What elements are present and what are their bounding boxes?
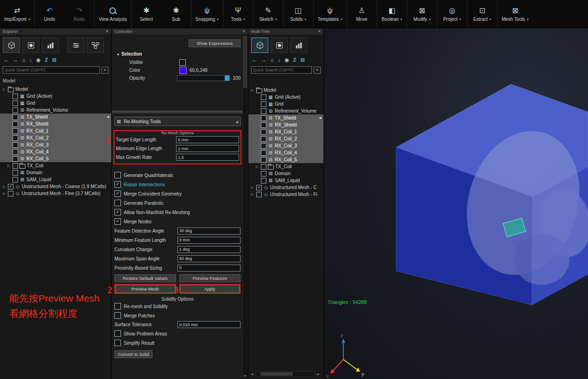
tree-item-rx-coil-3[interactable]: ⊠RX_Coil_3: [0, 141, 111, 148]
bars-view-button[interactable]: [42, 38, 59, 53]
toolbar-sketch[interactable]: ✎Sketch▾: [253, 0, 284, 28]
visibility-icon[interactable]: ◉: [285, 57, 289, 63]
zoom-extents-icon[interactable]: Z: [45, 57, 48, 63]
scrollbar-thumb[interactable]: [260, 372, 293, 376]
visibility-checkbox[interactable]: [261, 136, 266, 142]
tree-item-rx-coil-2[interactable]: ⊠RX_Coil_2: [248, 135, 323, 142]
expander-icon[interactable]: ▷: [250, 88, 255, 92]
tree-item-rx-coil-1[interactable]: ⊠RX_Coil_1: [0, 127, 111, 134]
visibility-checkbox[interactable]: [261, 157, 266, 163]
tree-item-model[interactable]: ▷Model: [248, 87, 323, 94]
back-icon[interactable]: ←: [4, 57, 9, 63]
visibility-checkbox[interactable]: [261, 122, 266, 128]
toolbar-view-analysis[interactable]: View Analysis: [95, 0, 132, 28]
feature-detection-angle-input[interactable]: [177, 227, 240, 234]
tree-item-rx-coil-5[interactable]: ⊠RX_Coil_5: [248, 156, 323, 163]
dropdown-arrow-icon[interactable]: ▾: [341, 18, 342, 21]
tree-item-grid-active[interactable]: ▦Grid (Active): [248, 94, 323, 101]
visibility-checkbox[interactable]: [8, 191, 13, 196]
tree-item-rx-coil-5[interactable]: ⊠RX_Coil_5: [0, 155, 111, 162]
tree-item-grid-active[interactable]: ▦Grid (Active): [0, 93, 111, 100]
zoom-extents-icon[interactable]: Z: [293, 57, 297, 63]
import-down-icon[interactable]: ↓: [30, 57, 32, 63]
horizontal-scrollbar[interactable]: ◄ ►: [250, 371, 321, 377]
expander-icon[interactable]: ▷: [6, 164, 11, 168]
visibility-checkbox[interactable]: [261, 171, 266, 177]
search-input[interactable]: [3, 66, 100, 74]
forward-icon[interactable]: →: [261, 57, 266, 63]
slice-view-button[interactable]: [22, 38, 39, 53]
tree-item-domain[interactable]: ⊠Domain: [0, 169, 111, 176]
merge-coincident-geometry-checkbox[interactable]: ✓: [114, 190, 121, 197]
expander-icon[interactable]: ▷: [255, 165, 259, 169]
tree-item-tx-shield[interactable]: ⊠TX_Shield◄: [248, 114, 323, 121]
visibility-checkbox[interactable]: [13, 156, 18, 162]
expander-icon[interactable]: ▷: [250, 193, 255, 196]
dropdown-arrow-icon[interactable]: ▾: [490, 18, 492, 21]
visibility-checkbox[interactable]: [261, 178, 266, 183]
vertical-scrollbar[interactable]: ▼: [242, 35, 247, 378]
visibility-checkbox[interactable]: [13, 114, 18, 120]
dropdown-arrow-icon[interactable]: ▾: [400, 18, 402, 21]
dropdown-arrow-icon[interactable]: ▾: [217, 18, 219, 21]
visibility-checkbox[interactable]: [261, 108, 266, 114]
scroll-left-icon[interactable]: ◄: [250, 373, 254, 376]
expander-icon[interactable]: ▷: [2, 192, 6, 196]
toolbar-tools[interactable]: ΨTools▾: [223, 0, 253, 28]
simplify-result-checkbox[interactable]: [114, 340, 121, 346]
dropdown-arrow-icon[interactable]: ▾: [304, 18, 306, 21]
tree-item-unstructured-mesh-c[interactable]: ▷✓◇Unstructured Mesh - C: [248, 184, 323, 191]
generate-quadrilaterals-checkbox[interactable]: [114, 172, 121, 178]
tree-item-refinement-volume[interactable]: ⊞Refinement_Volume: [0, 107, 111, 114]
tree-item-rx-coil-2[interactable]: ⊠RX_Coil_2: [0, 134, 111, 141]
dropdown-arrow-icon[interactable]: ▾: [460, 18, 462, 21]
minimum-edge-length-input[interactable]: [176, 145, 239, 152]
visibility-checkbox[interactable]: [13, 149, 18, 155]
merge-patches-checkbox[interactable]: [114, 312, 121, 319]
toolbar-undo[interactable]: ↶Undo: [35, 0, 64, 28]
visibility-checkbox[interactable]: [13, 177, 18, 183]
tree-item-rx-coil-3[interactable]: ⊠RX_Coil_3: [248, 142, 323, 149]
dropdown-arrow-icon[interactable]: ▾: [527, 18, 529, 21]
visibility-icon[interactable]: ◉: [36, 57, 41, 63]
color-swatch[interactable]: [179, 67, 187, 74]
convert-to-solid-button[interactable]: Convert to Solid: [114, 350, 152, 358]
merge-nodes-checkbox[interactable]: ✓: [114, 218, 121, 225]
expander-icon[interactable]: ▷: [250, 186, 255, 190]
surface-tolerance-input[interactable]: [177, 321, 240, 328]
tree-item-rx-coil-1[interactable]: ⊠RX_Coil_1: [248, 128, 323, 135]
toolbar-boolean[interactable]: ◧Boolean▾: [377, 0, 407, 28]
generate-parabolic-checkbox[interactable]: [114, 200, 121, 206]
tree-item-sam-liquid[interactable]: ⊠SAM_Liquid: [248, 177, 323, 184]
scroll-right-icon[interactable]: ►: [316, 373, 321, 376]
dropdown-arrow-icon[interactable]: ▾: [275, 18, 277, 21]
tree-item-refinement-volume[interactable]: ⊞Refinement_Volume: [248, 107, 323, 114]
forward-icon[interactable]: →: [13, 57, 18, 63]
tree-item-tx-coil[interactable]: ▷TX_Coil: [0, 162, 111, 169]
tree-item-sam-liquid[interactable]: ⊠SAM_Liquid: [0, 176, 111, 183]
toolbar-project[interactable]: ◎Project▾: [437, 0, 468, 28]
visibility-checkbox[interactable]: [261, 95, 266, 100]
preview-mesh-button[interactable]: Preview Mesh: [115, 285, 175, 293]
opacity-slider[interactable]: [177, 75, 230, 81]
show-expressions-button[interactable]: Show Expressions: [189, 39, 240, 47]
tree-item-grid[interactable]: ▦Grid: [0, 100, 111, 107]
close-icon[interactable]: ×: [318, 29, 321, 34]
visibility-checkbox[interactable]: [261, 143, 266, 149]
expander-icon[interactable]: ▷: [2, 88, 6, 91]
visibility-checkbox[interactable]: ✓: [256, 185, 262, 190]
visibility-checkbox[interactable]: [13, 170, 18, 176]
toolbar-move[interactable]: ♙Move: [347, 0, 377, 28]
visibility-checkbox[interactable]: [261, 115, 266, 121]
toolbar-imp-export[interactable]: ⇄Imp/Export▾: [0, 0, 35, 28]
visibility-checkbox[interactable]: [13, 128, 18, 134]
repair-intersections-checkbox[interactable]: ✓: [114, 181, 121, 188]
visibility-checkbox[interactable]: [256, 192, 262, 197]
toolbar-mesh-tools[interactable]: ⊠Mesh Tools▾: [498, 0, 533, 28]
target-edge-length-input[interactable]: [176, 136, 239, 143]
tree-item-domain[interactable]: ⊠Domain: [248, 170, 323, 177]
toolbar-solids[interactable]: ◫Solids▾: [284, 0, 314, 28]
visibility-checkbox[interactable]: [261, 164, 266, 170]
home-icon[interactable]: ⌂: [271, 57, 274, 63]
search-input[interactable]: [251, 66, 312, 74]
